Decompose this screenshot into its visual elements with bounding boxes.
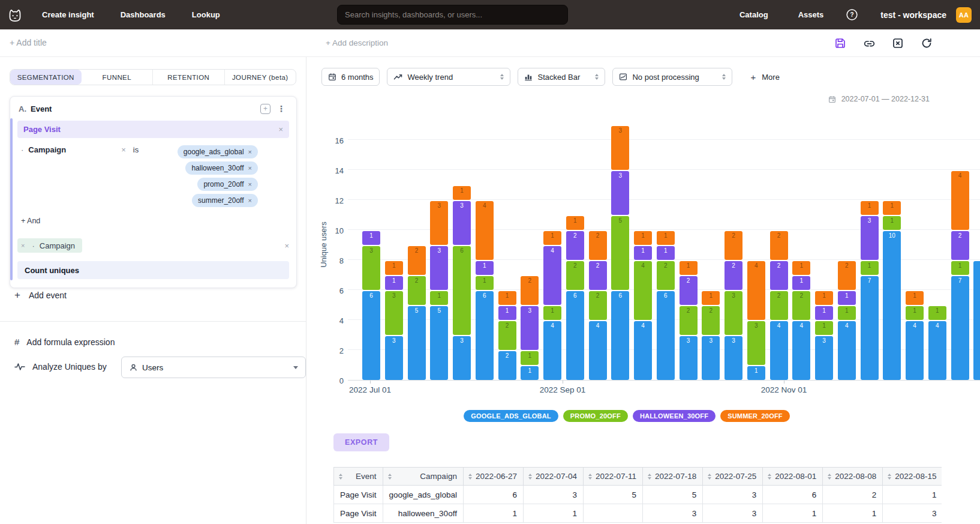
bar-segment-promo_20off[interactable]: 1 bbox=[543, 306, 561, 320]
bar-segment-google_ads_global[interactable]: 4 bbox=[589, 321, 607, 380]
bar-segment-promo_20off[interactable]: 2 bbox=[498, 321, 516, 350]
bar-segment-promo_20off[interactable]: 2 bbox=[657, 261, 675, 290]
export-button[interactable]: EXPORT bbox=[333, 433, 389, 451]
sort-icon[interactable] bbox=[388, 474, 392, 480]
bar-segment-halloween_30off[interactable]: 1 bbox=[838, 291, 856, 305]
bar-column[interactable]: 8 bbox=[973, 261, 980, 380]
bar-segment-promo_20off[interactable]: 2 bbox=[408, 276, 426, 305]
bar-segment-summer_20off[interactable]: 4 bbox=[747, 261, 765, 320]
nav-item-lookup[interactable]: Lookup bbox=[192, 10, 220, 19]
bar-column[interactable]: 321 bbox=[702, 291, 720, 380]
bar-segment-promo_20off[interactable]: 4 bbox=[634, 261, 652, 320]
bar-segment-promo_20off[interactable]: 5 bbox=[611, 216, 629, 290]
bar-segment-google_ads_global[interactable]: 6 bbox=[476, 291, 494, 380]
bar-segment-promo_20off[interactable]: 3 bbox=[362, 246, 380, 290]
remove-value-icon[interactable]: × bbox=[248, 165, 252, 172]
bar-segment-halloween_30off[interactable]: 1 bbox=[498, 306, 516, 320]
filter-value-tag[interactable]: promo_20off× bbox=[197, 178, 258, 191]
filter-value-tag[interactable]: summer_20off× bbox=[192, 194, 258, 207]
bar-segment-halloween_30off[interactable]: 1 bbox=[634, 246, 652, 260]
bar-segment-promo_20off[interactable]: 2 bbox=[702, 306, 720, 335]
refresh-icon[interactable] bbox=[920, 37, 933, 50]
bar-segment-google_ads_global[interactable]: 3 bbox=[815, 336, 833, 380]
bar-column[interactable]: 6533 bbox=[611, 126, 629, 380]
bar-column[interactable]: 7131 bbox=[861, 201, 879, 380]
tab-funnel[interactable]: FUNNEL bbox=[82, 70, 153, 85]
bar-column[interactable]: 3221 bbox=[680, 261, 698, 380]
bar-segment-summer_20off[interactable]: 3 bbox=[430, 201, 448, 245]
bar-segment-promo_20off[interactable]: 1 bbox=[883, 216, 901, 230]
bar-segment-summer_20off[interactable]: 1 bbox=[385, 261, 403, 275]
bar-column[interactable]: 4112 bbox=[838, 261, 856, 380]
add-title-button[interactable]: + Add title bbox=[10, 38, 47, 47]
legend-item-google_ads_global[interactable]: GOOGLE_ADS_GLOBAL bbox=[464, 410, 558, 422]
bar-segment-halloween_30off[interactable]: 3 bbox=[453, 201, 471, 245]
bar-column[interactable]: 4222 bbox=[770, 231, 788, 380]
kebab-menu-icon[interactable]: ⋮ bbox=[275, 104, 288, 113]
tab-segmentation[interactable]: SEGMENTATION bbox=[10, 70, 82, 85]
legend-item-halloween_30off[interactable]: HALLOWEEN_30OFF bbox=[633, 410, 716, 422]
bar-segment-promo_20off[interactable]: 1 bbox=[476, 276, 494, 290]
bar-column[interactable]: 6221 bbox=[566, 216, 584, 380]
bar-segment-halloween_30off[interactable]: 1 bbox=[385, 276, 403, 290]
event-name[interactable]: Page Visit bbox=[23, 125, 61, 134]
bar-segment-summer_20off[interactable]: 2 bbox=[770, 231, 788, 260]
help-icon[interactable]: ? bbox=[846, 9, 858, 20]
bar-column[interactable]: 6211 bbox=[657, 231, 675, 380]
add-filter-icon[interactable]: + bbox=[260, 104, 270, 114]
bar-column[interactable]: 3311 bbox=[385, 261, 403, 380]
remove-filter-icon[interactable]: × bbox=[121, 146, 126, 154]
bar-column[interactable]: 3322 bbox=[725, 231, 742, 380]
trend-select[interactable]: Weekly trend bbox=[387, 68, 510, 86]
bar-segment-promo_20off[interactable]: 2 bbox=[770, 291, 788, 320]
sort-icon[interactable] bbox=[888, 474, 891, 480]
bar-segment-summer_20off[interactable]: 1 bbox=[680, 261, 698, 275]
bar-segment-google_ads_global[interactable]: 4 bbox=[838, 321, 856, 380]
bar-segment-promo_20off[interactable]: 1 bbox=[906, 306, 924, 320]
tab-journey-beta-[interactable]: JOURNEY (beta) bbox=[224, 70, 296, 85]
remove-breakdown-row-icon[interactable]: × bbox=[284, 242, 289, 250]
bar-segment-promo_20off[interactable]: 3 bbox=[747, 321, 765, 365]
analyze-by-dropdown[interactable]: Users bbox=[121, 357, 306, 378]
sort-icon[interactable] bbox=[339, 474, 342, 480]
bar-column[interactable]: 411 bbox=[906, 291, 924, 380]
bar-segment-google_ads_global[interactable]: 4 bbox=[770, 321, 788, 380]
bar-column[interactable]: 5133 bbox=[430, 201, 448, 380]
bar-segment-halloween_30off[interactable]: 3 bbox=[521, 306, 539, 350]
bar-segment-promo_20off[interactable]: 1 bbox=[521, 351, 539, 365]
bar-segment-summer_20off[interactable]: 1 bbox=[543, 231, 561, 245]
nav-item-dashboards[interactable]: Dashboards bbox=[121, 10, 166, 19]
bar-segment-promo_20off[interactable]: 3 bbox=[385, 291, 403, 335]
bar-segment-summer_20off[interactable]: 2 bbox=[838, 261, 856, 290]
bar-column[interactable]: 41 bbox=[928, 306, 946, 380]
bar-segment-promo_20off[interactable]: 2 bbox=[566, 261, 584, 290]
search-input[interactable] bbox=[337, 5, 568, 25]
sort-icon[interactable] bbox=[468, 474, 472, 480]
filter-value-tag[interactable]: google_ads_global× bbox=[178, 145, 258, 158]
bar-segment-halloween_30off[interactable]: 1 bbox=[657, 246, 675, 260]
bar-segment-promo_20off[interactable]: 2 bbox=[792, 291, 810, 320]
bar-column[interactable]: 4222 bbox=[589, 231, 607, 380]
bar-segment-promo_20off[interactable]: 2 bbox=[680, 306, 698, 335]
bar-segment-summer_20off[interactable]: 1 bbox=[883, 201, 901, 215]
bar-segment-google_ads_global[interactable]: 4 bbox=[634, 321, 652, 380]
bar-segment-promo_20off[interactable]: 1 bbox=[430, 291, 448, 305]
event-row[interactable]: Page Visit × bbox=[17, 121, 289, 138]
bar-segment-google_ads_global[interactable]: 6 bbox=[611, 291, 629, 380]
nav-item-catalog[interactable]: Catalog bbox=[739, 10, 768, 19]
bar-segment-google_ads_global[interactable]: 4 bbox=[543, 321, 561, 380]
bar-segment-halloween_30off[interactable]: 4 bbox=[543, 246, 561, 305]
bar-segment-summer_20off[interactable]: 2 bbox=[589, 231, 607, 260]
legend-item-promo_20off[interactable]: PROMO_20OFF bbox=[563, 410, 628, 422]
remove-value-icon[interactable]: × bbox=[248, 197, 252, 204]
remove-event-icon[interactable]: × bbox=[278, 125, 283, 133]
bar-segment-promo_20off[interactable]: 6 bbox=[453, 246, 471, 335]
add-formula-button[interactable]: # Add formula expression bbox=[14, 337, 115, 347]
avatar[interactable]: AA bbox=[956, 7, 972, 23]
bar-segment-halloween_30off[interactable]: 3 bbox=[861, 216, 879, 260]
tab-retention[interactable]: RETENTION bbox=[152, 70, 224, 85]
bar-segment-promo_20off[interactable]: 3 bbox=[725, 291, 742, 335]
bar-column[interactable]: 3631 bbox=[453, 186, 471, 380]
bar-segment-halloween_30off[interactable]: 3 bbox=[611, 171, 629, 215]
bar-segment-halloween_30off[interactable]: 1 bbox=[792, 276, 810, 290]
